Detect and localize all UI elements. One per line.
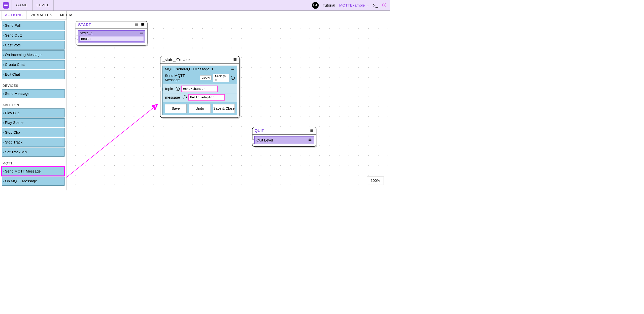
chevron-right-icon: › xyxy=(3,23,4,27)
sidebar-scroll[interactable]: ›Send Poll ›Send Quiz ›Cast Vote ›On Inc… xyxy=(0,20,66,190)
hamburger-icon[interactable] xyxy=(231,67,235,71)
sidebar-item-label: On MQTT Message xyxy=(5,179,37,183)
zoom-indicator[interactable]: 100% xyxy=(367,177,384,185)
field-message-label: message xyxy=(165,95,180,100)
sidebar-item-label: On Incoming Message xyxy=(5,53,42,57)
node-canvas[interactable]: START next_1 next: _state_ZYuUioxr xyxy=(66,20,390,190)
undo-button[interactable]: Undo xyxy=(189,104,211,113)
sidebar-item-on-incoming-message[interactable]: ›On Incoming Message xyxy=(2,50,64,59)
play-icon[interactable] xyxy=(382,3,387,8)
field-topic-input[interactable] xyxy=(181,85,218,92)
slot-label-text: Quit Level xyxy=(256,138,273,142)
chevron-right-icon: › xyxy=(3,131,4,135)
chevron-right-icon: › xyxy=(3,33,4,37)
node-quit[interactable]: QUIT Quit Level xyxy=(252,127,316,147)
hamburger-icon[interactable] xyxy=(308,138,312,142)
top-menu-bar: GAME LEVEL LA Tutorial MQTTExample ⌄ >_ xyxy=(0,0,390,11)
sidebar-item-label: Play Scene xyxy=(5,121,24,125)
chevron-right-icon: › xyxy=(3,53,4,57)
chevron-right-icon: › xyxy=(3,121,4,125)
sidebar-item-label: Stop Track xyxy=(5,140,23,145)
hamburger-icon[interactable] xyxy=(140,31,144,36)
node-port-in[interactable] xyxy=(160,87,162,91)
sidebar-item-send-quiz[interactable]: ›Send Quiz xyxy=(2,31,64,40)
node-title: QUIT xyxy=(255,129,264,133)
node-header[interactable]: _state_ZYuUioxr xyxy=(160,56,239,64)
chevron-right-icon: › xyxy=(3,169,4,173)
node-port-in[interactable] xyxy=(252,139,254,144)
sidebar-item-cast-vote[interactable]: ›Cast Vote xyxy=(2,41,64,49)
sidebar-item-label: Send Poll xyxy=(5,23,21,28)
sidebar-item-label: Stop Clip xyxy=(5,130,20,135)
terminal-icon[interactable]: >_ xyxy=(373,3,378,8)
sidebar-item-create-chat[interactable]: ›Create Chat xyxy=(2,60,64,69)
sidebar-item-send-message[interactable]: ›Send Message xyxy=(2,89,64,98)
chevron-right-icon: › xyxy=(3,92,4,96)
node-port-out[interactable] xyxy=(76,36,78,40)
left-panel: ACTIONS VARIABLES MEDIA ›Send Poll ›Send… xyxy=(0,11,66,190)
sidebar-item-send-mqtt-message[interactable]: ›Send MQTT Message xyxy=(2,167,64,176)
slot-quit-level[interactable]: Quit Level xyxy=(254,136,314,144)
sidebar-item-label: Cast Vote xyxy=(5,43,21,47)
tab-variables[interactable]: VARIABLES xyxy=(27,11,56,19)
save-close-button[interactable]: Save & Close xyxy=(213,104,235,113)
sidebar-item-label: Send Message xyxy=(5,92,29,96)
chevron-right-icon: › xyxy=(3,43,4,47)
hamburger-icon[interactable] xyxy=(310,129,314,133)
settings-button[interactable]: Settings ± xyxy=(213,74,229,82)
sidebar-category-ableton: ABLETON xyxy=(3,103,64,107)
chevron-right-icon: › xyxy=(3,63,4,67)
node-title: START xyxy=(78,23,91,27)
hamburger-icon[interactable] xyxy=(233,58,237,62)
node-start[interactable]: START next_1 next: xyxy=(76,21,148,46)
sidebar-item-stop-clip[interactable]: ›Stop Clip xyxy=(2,128,64,137)
node-header[interactable]: QUIT xyxy=(252,127,316,135)
app-logo[interactable] xyxy=(0,0,12,11)
sidebar-item-set-track-mix[interactable]: ›Set Track Mix xyxy=(2,148,64,156)
sidebar-item-label: Set Track Mix xyxy=(5,150,27,154)
node-title: _state_ZYuUioxr xyxy=(162,58,192,62)
logo-badge-icon xyxy=(3,2,9,8)
info-icon[interactable]: i xyxy=(176,87,180,91)
tab-media[interactable]: MEDIA xyxy=(56,11,77,19)
hamburger-icon[interactable] xyxy=(134,23,139,27)
slot-label-text: next_1 xyxy=(80,31,93,35)
tab-actions[interactable]: ACTIONS xyxy=(1,11,27,19)
node-state[interactable]: _state_ZYuUioxr MQTT sendMQTTMessage_1 S… xyxy=(160,56,240,118)
user-avatar[interactable]: LA xyxy=(312,2,319,9)
sidebar-item-label: Send Quiz xyxy=(5,33,22,38)
sidebar-tabs: ACTIONS VARIABLES MEDIA xyxy=(1,11,66,19)
info-icon[interactable]: i xyxy=(231,76,235,80)
mqtt-block: MQTT sendMQTTMessage_1 Send MQTT Message… xyxy=(162,66,237,115)
menu-level[interactable]: LEVEL xyxy=(32,0,54,11)
field-topic-label: topic xyxy=(165,87,173,91)
sidebar-item-label: Send MQTT Message xyxy=(5,169,41,174)
field-message-input[interactable] xyxy=(188,94,225,100)
save-button[interactable]: Save xyxy=(165,104,186,113)
project-dropdown[interactable]: MQTTExample ⌄ xyxy=(339,3,369,8)
slot-next[interactable]: next_1 next: xyxy=(78,30,145,43)
slot-sub-text: next: xyxy=(79,36,144,42)
mqtt-block-title: MQTT sendMQTTMessage_1 xyxy=(165,67,213,71)
sidebar-item-label: Edit Chat xyxy=(5,72,20,77)
json-button[interactable]: JSON xyxy=(200,75,212,80)
speech-bubble-icon[interactable] xyxy=(141,23,145,27)
sidebar-item-stop-track[interactable]: ›Stop Track xyxy=(2,138,64,147)
tutorial-link[interactable]: Tutorial xyxy=(323,3,335,8)
sidebar-item-play-clip[interactable]: ›Play Clip xyxy=(2,108,64,117)
sidebar-item-label: Create Chat xyxy=(5,63,25,67)
sidebar-item-label: Play Clip xyxy=(5,111,19,115)
sidebar-category-mqtt: MQTT xyxy=(3,161,64,165)
menu-game[interactable]: GAME xyxy=(12,0,32,11)
sidebar-item-on-mqtt-message[interactable]: ›On MQTT Message xyxy=(2,177,64,186)
mqtt-block-subtitle: Send MQTT Message xyxy=(165,73,200,82)
chevron-right-icon: › xyxy=(3,150,4,154)
sidebar-item-send-poll[interactable]: ›Send Poll xyxy=(2,21,64,30)
info-icon[interactable]: i xyxy=(183,95,187,99)
sidebar-item-edit-chat[interactable]: ›Edit Chat xyxy=(2,70,64,79)
sidebar-item-play-scene[interactable]: ›Play Scene xyxy=(2,118,64,127)
chevron-down-icon: ⌄ xyxy=(366,4,369,7)
node-header[interactable]: START xyxy=(76,21,147,29)
project-name-label: MQTTExample xyxy=(339,3,365,8)
chevron-right-icon: › xyxy=(3,111,4,115)
